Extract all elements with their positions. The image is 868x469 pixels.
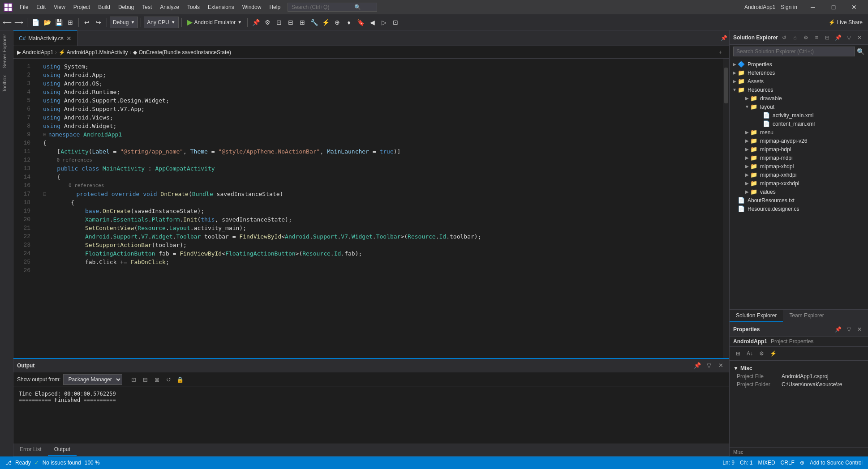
menu-file[interactable]: File xyxy=(16,2,32,12)
tree-mipmap-anydpi[interactable]: ▶ 📁 mipmap-anydpi-v26 xyxy=(730,136,868,145)
server-explorer-tab[interactable]: Server Explorer xyxy=(0,30,13,72)
bc-method[interactable]: ◆ OnCreate(Bundle savedInstanceState) xyxy=(133,49,231,55)
se-sync-btn[interactable]: ↺ xyxy=(779,33,789,43)
toolbar-misc-2[interactable]: ⚙ xyxy=(262,17,273,28)
toolbar-misc-7[interactable]: ⚡ xyxy=(320,17,331,28)
sign-in-button[interactable]: Sign in xyxy=(781,4,797,10)
toolbar-misc-10[interactable]: 🔖 xyxy=(355,17,366,28)
pp-props-btn[interactable]: ⚙ xyxy=(756,349,766,358)
tab-error-list[interactable]: Error List xyxy=(13,443,48,456)
output-close-btn[interactable]: ✕ xyxy=(716,361,726,371)
live-share-button[interactable]: ⚡ Live Share xyxy=(825,18,866,26)
open-btn[interactable]: 📂 xyxy=(42,17,52,28)
scrollbar-right[interactable] xyxy=(723,59,729,358)
output-tb-4[interactable]: ↺ xyxy=(163,375,173,384)
bc-expand-btn[interactable]: + xyxy=(715,47,726,58)
tree-drawable[interactable]: ▶ 📁 drawable xyxy=(730,94,868,102)
menu-extensions[interactable]: Extensions xyxy=(204,2,238,12)
se-home-btn[interactable]: ⌂ xyxy=(790,33,800,43)
tree-layout[interactable]: ▼ 📁 layout xyxy=(730,102,868,111)
menu-window[interactable]: Window xyxy=(239,2,265,12)
tree-resources[interactable]: ▼ 📁 Resources xyxy=(730,85,868,94)
pp-close-btn[interactable]: ✕ xyxy=(855,324,864,334)
pp-alpha-btn[interactable]: A↓ xyxy=(745,349,755,358)
code-editor[interactable]: 1 2 3 4 5 6 7 8 9 10 11 12 13 14 16 xyxy=(13,59,729,358)
toolbar-misc-12[interactable]: ▷ xyxy=(378,17,389,28)
menu-tools[interactable]: Tools xyxy=(184,2,203,12)
pp-categorized-btn[interactable]: ⊞ xyxy=(733,349,743,358)
debug-config-dropdown[interactable]: Debug ▼ xyxy=(110,17,138,28)
se-pin-btn[interactable]: 📌 xyxy=(833,33,843,43)
tree-assets[interactable]: ▶ 📁 Assets xyxy=(730,77,868,85)
tab-output[interactable]: Output xyxy=(48,443,77,456)
code-content[interactable]: using System; using Android.App; using A… xyxy=(36,59,723,358)
output-tb-2[interactable]: ⊟ xyxy=(140,375,150,384)
back-btn[interactable]: ⟵ xyxy=(2,17,13,28)
forward-btn[interactable]: ⟶ xyxy=(13,17,24,28)
tree-menu[interactable]: ▶ 📁 menu xyxy=(730,128,868,136)
tree-values[interactable]: ▶ 📁 values xyxy=(730,188,868,196)
output-pin-btn[interactable]: 📌 xyxy=(692,361,702,371)
tree-mipmap-xxxhdpi[interactable]: ▶ 📁 mipmap-xxxhdpi xyxy=(730,179,868,188)
menu-test[interactable]: Test xyxy=(138,2,155,12)
tab-mainactivity[interactable]: C# MainActivity.cs ✕ xyxy=(13,30,77,46)
tree-content-main[interactable]: 📄 content_main.xml xyxy=(730,119,868,128)
output-tb-5[interactable]: 🔒 xyxy=(175,375,185,384)
se-arrow-btn[interactable]: ▽ xyxy=(844,33,854,43)
se-filter-btn[interactable]: ≡ xyxy=(812,33,821,43)
toolbar-misc-8[interactable]: ⊕ xyxy=(332,17,343,28)
tree-mipmap-xhdpi[interactable]: ▶ 📁 mipmap-xhdpi xyxy=(730,162,868,171)
output-source-select[interactable]: Package Manager xyxy=(63,374,122,385)
menu-project[interactable]: Project xyxy=(70,2,94,12)
menu-build[interactable]: Build xyxy=(95,2,114,12)
tree-mipmap-hdpi[interactable]: ▶ 📁 mipmap-hdpi xyxy=(730,145,868,153)
toolbar-misc-9[interactable]: ♦ xyxy=(344,17,354,28)
close-button[interactable]: ✕ xyxy=(844,0,864,14)
fold-10[interactable]: ⊟ xyxy=(43,131,47,138)
fold-16[interactable]: ⊟ xyxy=(43,191,47,197)
pp-pin-btn[interactable]: 📌 xyxy=(833,324,843,334)
tree-references[interactable]: ▶ 📁 References xyxy=(730,68,868,77)
se-close-btn[interactable]: ✕ xyxy=(855,33,864,43)
search-box[interactable]: 🔍 xyxy=(288,3,377,12)
maximize-button[interactable]: □ xyxy=(823,0,844,14)
menu-view[interactable]: View xyxy=(50,2,69,12)
toolbox-tab[interactable]: Toolbox xyxy=(0,72,13,96)
pp-events-btn[interactable]: ⚡ xyxy=(768,349,778,358)
scrollbar-handle[interactable] xyxy=(724,68,728,103)
menu-debug[interactable]: Debug xyxy=(115,2,138,12)
tab-close-icon[interactable]: ✕ xyxy=(66,35,72,42)
output-tb-1[interactable]: ⊡ xyxy=(129,375,138,384)
run-button[interactable]: ▶ Android Emulator ▼ xyxy=(185,17,245,27)
bc-project[interactable]: ▶ AndroidApp1 xyxy=(17,49,53,55)
pin-btn[interactable]: 📌 xyxy=(718,35,729,41)
se-tab-team[interactable]: Team Explorer xyxy=(783,310,830,322)
minimize-button[interactable]: ─ xyxy=(803,0,823,14)
menu-analyze[interactable]: Analyze xyxy=(156,2,183,12)
redo-btn[interactable]: ↪ xyxy=(93,17,104,28)
tree-about-resources[interactable]: 📄 AboutResources.txt xyxy=(730,196,868,205)
cpu-dropdown[interactable]: Any CPU ▼ xyxy=(144,17,178,28)
output-tb-3[interactable]: ⊠ xyxy=(152,375,162,384)
toolbar-misc-5[interactable]: ⊞ xyxy=(297,17,308,28)
save-btn[interactable]: 💾 xyxy=(53,17,64,28)
pp-group-header-misc[interactable]: ▼ Misc xyxy=(733,364,864,372)
toolbar-misc-3[interactable]: ⊡ xyxy=(274,17,284,28)
search-input[interactable] xyxy=(292,4,354,10)
se-search-input[interactable] xyxy=(733,47,855,56)
pp-arrow-btn[interactable]: ▽ xyxy=(844,324,854,334)
se-collapse-btn[interactable]: ⊟ xyxy=(822,33,832,43)
undo-btn[interactable]: ↩ xyxy=(82,17,92,28)
tree-activity-main[interactable]: 📄 activity_main.xml xyxy=(730,111,868,119)
toolbar-misc-6[interactable]: 🔧 xyxy=(309,17,319,28)
menu-help[interactable]: Help xyxy=(266,2,284,12)
toolbar-misc-13[interactable]: ⊡ xyxy=(390,17,401,28)
bc-class[interactable]: ⚡ AndroidApp1.MainActivity xyxy=(59,49,128,55)
toolbar-misc-11[interactable]: ◀ xyxy=(367,17,378,28)
new-file-btn[interactable]: 📄 xyxy=(30,17,41,28)
add-to-source-control-label[interactable]: Add to Source Control xyxy=(810,460,863,466)
se-props-btn[interactable]: ⚙ xyxy=(801,33,811,43)
menu-edit[interactable]: Edit xyxy=(33,2,49,12)
tree-mipmap-mdpi[interactable]: ▶ 📁 mipmap-mdpi xyxy=(730,153,868,162)
toolbar-misc-1[interactable]: 📌 xyxy=(250,17,261,28)
